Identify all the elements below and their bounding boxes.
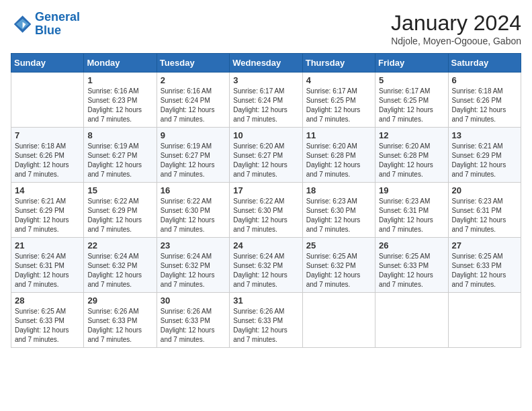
cell-info: Sunrise: 6:24 AM Sunset: 6:32 PM Dayligh… [233, 252, 298, 289]
cell-info: Sunrise: 6:22 AM Sunset: 6:30 PM Dayligh… [233, 197, 298, 234]
day-number: 13 [452, 130, 517, 140]
calendar-cell: 1Sunrise: 6:16 AM Sunset: 6:23 PM Daylig… [84, 73, 157, 128]
day-number: 29 [87, 295, 152, 306]
calendar-header-row: SundayMondayTuesdayWednesdayThursdayFrid… [11, 54, 521, 73]
cell-info: Sunrise: 6:26 AM Sunset: 6:33 PM Dayligh… [233, 307, 298, 345]
calendar-cell [11, 73, 84, 128]
calendar-cell: 4Sunrise: 6:17 AM Sunset: 6:25 PM Daylig… [302, 73, 375, 128]
cell-info: Sunrise: 6:24 AM Sunset: 6:32 PM Dayligh… [161, 252, 226, 289]
day-number: 31 [233, 295, 298, 306]
day-number: 5 [379, 75, 444, 85]
cell-info: Sunrise: 6:25 AM Sunset: 6:33 PM Dayligh… [379, 252, 444, 289]
location: Ndjole, Moyen-Ogooue, Gabon [391, 36, 521, 46]
cell-info: Sunrise: 6:23 AM Sunset: 6:31 PM Dayligh… [379, 197, 444, 234]
cell-info: Sunrise: 6:22 AM Sunset: 6:29 PM Dayligh… [87, 197, 152, 234]
day-number: 28 [15, 295, 80, 306]
day-number: 1 [87, 75, 152, 85]
logo-text: GeneralBlue [35, 11, 80, 38]
cell-info: Sunrise: 6:16 AM Sunset: 6:24 PM Dayligh… [161, 87, 226, 124]
cell-info: Sunrise: 6:18 AM Sunset: 6:26 PM Dayligh… [452, 87, 517, 124]
calendar-cell: 11Sunrise: 6:20 AM Sunset: 6:28 PM Dayli… [302, 128, 375, 183]
day-number: 22 [87, 240, 152, 250]
cell-info: Sunrise: 6:18 AM Sunset: 6:26 PM Dayligh… [15, 142, 80, 179]
day-number: 14 [15, 185, 80, 195]
page-header: GeneralBlue January 2024 Ndjole, Moyen-O… [11, 11, 521, 46]
day-number: 16 [161, 185, 226, 195]
month-title: January 2024 [391, 11, 521, 36]
day-number: 27 [452, 240, 517, 250]
cell-info: Sunrise: 6:26 AM Sunset: 6:33 PM Dayligh… [161, 307, 226, 345]
calendar-cell: 31Sunrise: 6:26 AM Sunset: 6:33 PM Dayli… [230, 293, 302, 348]
calendar-cell: 6Sunrise: 6:18 AM Sunset: 6:26 PM Daylig… [448, 73, 521, 128]
day-number: 18 [306, 185, 371, 195]
calendar-cell: 16Sunrise: 6:22 AM Sunset: 6:30 PM Dayli… [157, 183, 229, 238]
header-wednesday: Wednesday [230, 54, 302, 73]
header-saturday: Saturday [448, 54, 521, 73]
calendar-week-2: 7Sunrise: 6:18 AM Sunset: 6:26 PM Daylig… [11, 128, 521, 183]
calendar-cell [302, 293, 375, 348]
header-monday: Monday [84, 54, 157, 73]
day-number: 7 [15, 130, 80, 140]
calendar-cell: 18Sunrise: 6:23 AM Sunset: 6:30 PM Dayli… [302, 183, 375, 238]
cell-info: Sunrise: 6:17 AM Sunset: 6:25 PM Dayligh… [379, 87, 444, 124]
day-number: 24 [233, 240, 298, 250]
day-number: 30 [161, 295, 226, 306]
cell-info: Sunrise: 6:25 AM Sunset: 6:33 PM Dayligh… [452, 252, 517, 289]
day-number: 12 [379, 130, 444, 140]
calendar-cell: 5Sunrise: 6:17 AM Sunset: 6:25 PM Daylig… [375, 73, 448, 128]
day-number: 25 [306, 240, 371, 250]
cell-info: Sunrise: 6:24 AM Sunset: 6:32 PM Dayligh… [87, 252, 152, 289]
calendar-cell: 25Sunrise: 6:25 AM Sunset: 6:32 PM Dayli… [302, 238, 375, 293]
calendar-cell: 17Sunrise: 6:22 AM Sunset: 6:30 PM Dayli… [230, 183, 302, 238]
logo: GeneralBlue [11, 11, 80, 38]
calendar-cell: 21Sunrise: 6:24 AM Sunset: 6:31 PM Dayli… [11, 238, 84, 293]
calendar-cell: 28Sunrise: 6:25 AM Sunset: 6:33 PM Dayli… [11, 293, 84, 348]
day-number: 8 [87, 130, 152, 140]
day-number: 23 [161, 240, 226, 250]
calendar-cell: 10Sunrise: 6:20 AM Sunset: 6:27 PM Dayli… [230, 128, 302, 183]
calendar-cell [375, 293, 448, 348]
header-thursday: Thursday [302, 54, 375, 73]
day-number: 9 [161, 130, 226, 140]
calendar-cell: 22Sunrise: 6:24 AM Sunset: 6:32 PM Dayli… [84, 238, 157, 293]
cell-info: Sunrise: 6:19 AM Sunset: 6:27 PM Dayligh… [87, 142, 152, 179]
day-number: 21 [15, 240, 80, 250]
calendar-cell: 7Sunrise: 6:18 AM Sunset: 6:26 PM Daylig… [11, 128, 84, 183]
day-number: 10 [233, 130, 298, 140]
cell-info: Sunrise: 6:16 AM Sunset: 6:23 PM Dayligh… [87, 87, 152, 124]
calendar-cell: 12Sunrise: 6:20 AM Sunset: 6:28 PM Dayli… [375, 128, 448, 183]
calendar-cell: 19Sunrise: 6:23 AM Sunset: 6:31 PM Dayli… [375, 183, 448, 238]
calendar-cell: 2Sunrise: 6:16 AM Sunset: 6:24 PM Daylig… [157, 73, 229, 128]
header-tuesday: Tuesday [157, 54, 229, 73]
calendar-cell: 30Sunrise: 6:26 AM Sunset: 6:33 PM Dayli… [157, 293, 229, 348]
cell-info: Sunrise: 6:24 AM Sunset: 6:31 PM Dayligh… [15, 252, 80, 289]
cell-info: Sunrise: 6:20 AM Sunset: 6:28 PM Dayligh… [306, 142, 371, 179]
calendar-cell [448, 293, 521, 348]
cell-info: Sunrise: 6:20 AM Sunset: 6:28 PM Dayligh… [379, 142, 444, 179]
day-number: 19 [379, 185, 444, 195]
cell-info: Sunrise: 6:23 AM Sunset: 6:31 PM Dayligh… [452, 197, 517, 234]
cell-info: Sunrise: 6:20 AM Sunset: 6:27 PM Dayligh… [233, 142, 298, 179]
cell-info: Sunrise: 6:17 AM Sunset: 6:25 PM Dayligh… [306, 87, 371, 124]
calendar-cell: 3Sunrise: 6:17 AM Sunset: 6:24 PM Daylig… [230, 73, 302, 128]
day-number: 20 [452, 185, 517, 195]
header-sunday: Sunday [11, 54, 84, 73]
day-number: 2 [161, 75, 226, 85]
calendar-cell: 24Sunrise: 6:24 AM Sunset: 6:32 PM Dayli… [230, 238, 302, 293]
day-number: 15 [87, 185, 152, 195]
day-number: 17 [233, 185, 298, 195]
day-number: 3 [233, 75, 298, 85]
calendar-cell: 23Sunrise: 6:24 AM Sunset: 6:32 PM Dayli… [157, 238, 229, 293]
day-number: 4 [306, 75, 371, 85]
cell-info: Sunrise: 6:25 AM Sunset: 6:33 PM Dayligh… [15, 307, 80, 345]
logo-icon [11, 13, 32, 35]
calendar-cell: 15Sunrise: 6:22 AM Sunset: 6:29 PM Dayli… [84, 183, 157, 238]
cell-info: Sunrise: 6:17 AM Sunset: 6:24 PM Dayligh… [233, 87, 298, 124]
calendar-cell: 9Sunrise: 6:19 AM Sunset: 6:27 PM Daylig… [157, 128, 229, 183]
calendar-week-1: 1Sunrise: 6:16 AM Sunset: 6:23 PM Daylig… [11, 73, 521, 128]
calendar-cell: 14Sunrise: 6:21 AM Sunset: 6:29 PM Dayli… [11, 183, 84, 238]
calendar-cell: 13Sunrise: 6:21 AM Sunset: 6:29 PM Dayli… [448, 128, 521, 183]
cell-info: Sunrise: 6:26 AM Sunset: 6:33 PM Dayligh… [87, 307, 152, 345]
calendar-cell: 29Sunrise: 6:26 AM Sunset: 6:33 PM Dayli… [84, 293, 157, 348]
calendar-week-4: 21Sunrise: 6:24 AM Sunset: 6:31 PM Dayli… [11, 238, 521, 293]
